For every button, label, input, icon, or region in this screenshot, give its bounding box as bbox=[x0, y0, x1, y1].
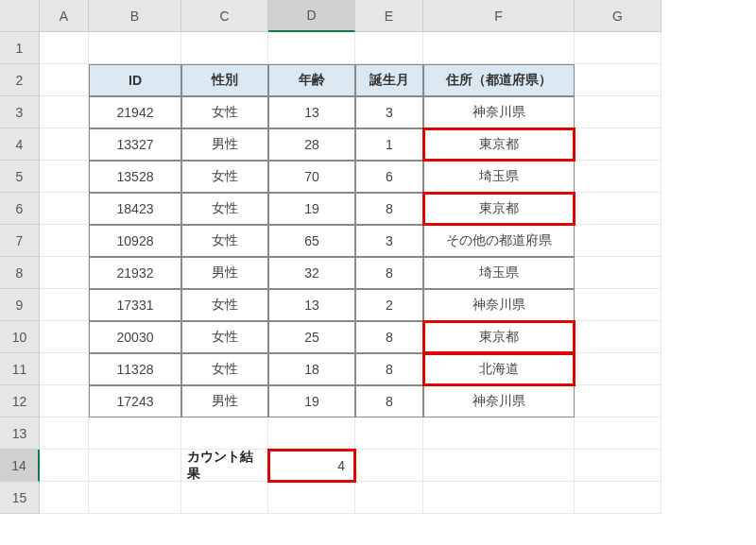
cell-E14[interactable] bbox=[355, 450, 423, 482]
cell-age[interactable]: 18 bbox=[268, 353, 355, 385]
cell-address[interactable]: 東京都 bbox=[423, 193, 575, 225]
cell-G9[interactable] bbox=[575, 289, 662, 321]
cell-age[interactable]: 25 bbox=[268, 321, 355, 353]
cell-A7[interactable] bbox=[40, 225, 89, 257]
row-header-11[interactable]: 11 bbox=[0, 353, 40, 385]
cell-id[interactable]: 13528 bbox=[89, 161, 181, 193]
col-header-E[interactable]: E bbox=[355, 0, 423, 32]
cell-G4[interactable] bbox=[575, 128, 662, 161]
cell-gender[interactable]: 女性 bbox=[181, 225, 268, 257]
spreadsheet-grid[interactable]: ABCDEFG12ID性別年齢誕生月住所（都道府県）321942女性133神奈川… bbox=[0, 0, 756, 514]
row-header-1[interactable]: 1 bbox=[0, 32, 40, 64]
header-id[interactable]: ID bbox=[89, 64, 181, 96]
cell-month[interactable]: 2 bbox=[355, 289, 423, 321]
cell-id[interactable]: 11328 bbox=[89, 353, 181, 385]
header-month[interactable]: 誕生月 bbox=[355, 64, 423, 96]
row-header-6[interactable]: 6 bbox=[0, 193, 40, 225]
col-header-B[interactable]: B bbox=[89, 0, 181, 32]
cell-age[interactable]: 13 bbox=[268, 96, 355, 128]
result-value[interactable]: 4 bbox=[268, 450, 355, 482]
cell-gender[interactable]: 女性 bbox=[181, 353, 268, 385]
cell-month[interactable]: 1 bbox=[355, 128, 423, 161]
cell-A12[interactable] bbox=[40, 385, 89, 417]
cell-month[interactable]: 8 bbox=[355, 193, 423, 225]
header-age[interactable]: 年齢 bbox=[268, 64, 355, 96]
cell-address[interactable]: 埼玉県 bbox=[423, 161, 575, 193]
cell-gender[interactable]: 男性 bbox=[181, 257, 268, 289]
cell-gender[interactable]: 男性 bbox=[181, 385, 268, 417]
cell-A3[interactable] bbox=[40, 96, 89, 128]
cell-address[interactable]: 神奈川県 bbox=[423, 385, 575, 417]
cell-G3[interactable] bbox=[575, 96, 662, 128]
cell-empty[interactable] bbox=[423, 482, 575, 514]
cell-gender[interactable]: 女性 bbox=[181, 321, 268, 353]
col-header-D[interactable]: D bbox=[268, 0, 355, 32]
cell-address[interactable]: 神奈川県 bbox=[423, 96, 575, 128]
cell-gender[interactable]: 女性 bbox=[181, 193, 268, 225]
cell-A11[interactable] bbox=[40, 353, 89, 385]
row-header-14[interactable]: 14 bbox=[0, 450, 40, 482]
cell-empty[interactable] bbox=[575, 417, 662, 450]
cell-empty[interactable] bbox=[355, 32, 423, 64]
cell-id[interactable]: 17331 bbox=[89, 289, 181, 321]
row-header-9[interactable]: 9 bbox=[0, 289, 40, 321]
cell-empty[interactable] bbox=[181, 417, 268, 450]
cell-empty[interactable] bbox=[355, 482, 423, 514]
cell-id[interactable]: 13327 bbox=[89, 128, 181, 161]
cell-id[interactable]: 21932 bbox=[89, 257, 181, 289]
cell-A8[interactable] bbox=[40, 257, 89, 289]
cell-empty[interactable] bbox=[575, 32, 662, 64]
cell-empty[interactable] bbox=[268, 482, 355, 514]
cell-B14[interactable] bbox=[89, 450, 181, 482]
cell-A9[interactable] bbox=[40, 289, 89, 321]
cell-gender[interactable]: 女性 bbox=[181, 161, 268, 193]
cell-G14[interactable] bbox=[575, 450, 662, 482]
cell-gender[interactable]: 女性 bbox=[181, 96, 268, 128]
row-header-5[interactable]: 5 bbox=[0, 161, 40, 193]
row-header-2[interactable]: 2 bbox=[0, 64, 40, 96]
cell-age[interactable]: 65 bbox=[268, 225, 355, 257]
cell-G11[interactable] bbox=[575, 353, 662, 385]
col-header-C[interactable]: C bbox=[181, 0, 268, 32]
cell-G6[interactable] bbox=[575, 193, 662, 225]
cell-empty[interactable] bbox=[423, 32, 575, 64]
cell-age[interactable]: 19 bbox=[268, 193, 355, 225]
cell-age[interactable]: 19 bbox=[268, 385, 355, 417]
cell-G2[interactable] bbox=[575, 64, 662, 96]
cell-id[interactable]: 17243 bbox=[89, 385, 181, 417]
cell-G5[interactable] bbox=[575, 161, 662, 193]
cell-empty[interactable] bbox=[575, 482, 662, 514]
cell-G8[interactable] bbox=[575, 257, 662, 289]
cell-address[interactable]: 埼玉県 bbox=[423, 257, 575, 289]
cell-address[interactable]: 東京都 bbox=[423, 321, 575, 353]
col-header-A[interactable]: A bbox=[40, 0, 89, 32]
cell-id[interactable]: 21942 bbox=[89, 96, 181, 128]
cell-G7[interactable] bbox=[575, 225, 662, 257]
cell-empty[interactable] bbox=[181, 32, 268, 64]
cell-id[interactable]: 18423 bbox=[89, 193, 181, 225]
cell-G10[interactable] bbox=[575, 321, 662, 353]
cell-A10[interactable] bbox=[40, 321, 89, 353]
cell-A4[interactable] bbox=[40, 128, 89, 161]
cell-A2[interactable] bbox=[40, 64, 89, 96]
cell-month[interactable]: 8 bbox=[355, 385, 423, 417]
cell-month[interactable]: 8 bbox=[355, 353, 423, 385]
cell-F14[interactable] bbox=[423, 450, 575, 482]
row-header-12[interactable]: 12 bbox=[0, 385, 40, 417]
cell-A1[interactable] bbox=[40, 32, 89, 64]
row-header-8[interactable]: 8 bbox=[0, 257, 40, 289]
cell-gender[interactable]: 男性 bbox=[181, 128, 268, 161]
cell-month[interactable]: 6 bbox=[355, 161, 423, 193]
cell-empty[interactable] bbox=[89, 482, 181, 514]
cell-gender[interactable]: 女性 bbox=[181, 289, 268, 321]
cell-A13[interactable] bbox=[40, 417, 89, 450]
col-header-F[interactable]: F bbox=[423, 0, 575, 32]
cell-month[interactable]: 8 bbox=[355, 321, 423, 353]
cell-A14[interactable] bbox=[40, 450, 89, 482]
cell-empty[interactable] bbox=[268, 417, 355, 450]
cell-month[interactable]: 3 bbox=[355, 225, 423, 257]
cell-age[interactable]: 13 bbox=[268, 289, 355, 321]
row-header-3[interactable]: 3 bbox=[0, 96, 40, 128]
cell-month[interactable]: 3 bbox=[355, 96, 423, 128]
row-header-10[interactable]: 10 bbox=[0, 321, 40, 353]
